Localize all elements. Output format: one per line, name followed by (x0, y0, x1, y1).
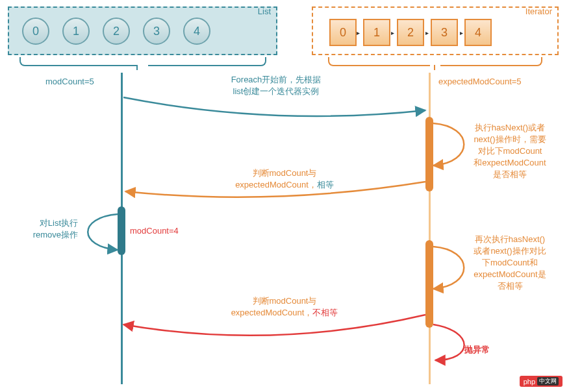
iterator-box: Iterator 0 ▸ 1 ▸ 2 ▸ 3 ▸ 4 (312, 6, 559, 55)
brace-left (19, 57, 266, 69)
diagram-container: List 0 1 2 3 4 Iterator 0 ▸ 1 ▸ 2 ▸ 3 ▸ … (0, 0, 569, 392)
msg-reply2-l2b: 不相等 (312, 308, 338, 317)
arrow-remove (88, 214, 118, 250)
link-arrow-icon: ▸ (391, 29, 394, 36)
msg-check1-l2: next()操作时，需要 (458, 134, 562, 145)
modcount-label: modCount=5 (45, 77, 94, 86)
msg-check1-l4: 和expectModCount (458, 157, 562, 169)
iter-item-4: 4 (464, 19, 492, 46)
msg-check1-l5: 是否相等 (458, 169, 562, 180)
msg-reply2-l2a: expectedModCount， (231, 308, 313, 317)
brace-right-tip (434, 65, 435, 70)
msg-reply1-l2b: 相等 (317, 180, 334, 190)
list-items: 0 1 2 3 4 (12, 11, 273, 51)
brace-right (328, 57, 542, 69)
iterator-items: 0 ▸ 1 ▸ 2 ▸ 3 ▸ 4 (316, 11, 554, 54)
msg-check2-l4: expectModCount是 (458, 269, 562, 280)
msg-check2-l5: 否相等 (458, 280, 562, 292)
msg-reply2-l1: 判断modCount与 (207, 295, 362, 307)
msg-remove: 对List执行 remove操作 (13, 217, 78, 241)
arrow-create (123, 97, 425, 116)
brace-left-tip (136, 65, 138, 70)
msg-check2: 再次执行hasNext() 或者next()操作对比 下modCount和 ex… (458, 234, 562, 292)
exception-label: 抛异常 (464, 344, 490, 356)
msg-reply1-l1: 判断modCount与 (207, 167, 362, 179)
expected-label: expectedModCount=5 (438, 77, 522, 86)
watermark: php 中文网 (520, 376, 563, 387)
watermark-brand: php (524, 378, 535, 386)
msg-create: Foreach开始前，先根据 list创建一个迭代器实例 (218, 74, 335, 97)
msg-check2-l3: 下modCount和 (458, 257, 562, 269)
msg-remove-l1: 对List执行 (13, 217, 78, 229)
link-arrow-icon: ▸ (425, 29, 429, 36)
modcount-after: modCount=4 (130, 226, 179, 236)
msg-check2-l2: 或者next()操作对比 (458, 245, 562, 257)
msg-reply1: 判断modCount与 expectedModCount，相等 (207, 167, 362, 191)
msg-check1-l1: 执行hasNext()或者 (458, 122, 562, 134)
watermark-suffix: 中文网 (537, 377, 559, 386)
msg-remove-l2: remove操作 (13, 229, 78, 241)
msg-create-l2: list创建一个迭代器实例 (218, 86, 335, 97)
iter-activation-1 (425, 117, 433, 191)
msg-create-l1: Foreach开始前，先根据 (218, 74, 335, 86)
list-item-0: 0 (22, 18, 49, 45)
list-box: List 0 1 2 3 4 (8, 6, 277, 55)
list-activation (118, 206, 125, 255)
arrow-exception (433, 325, 464, 360)
list-item-1: 1 (62, 18, 90, 45)
list-item-2: 2 (103, 18, 130, 45)
list-title: List (258, 6, 271, 16)
list-item-4: 4 (183, 18, 210, 45)
msg-reply1-l2a: expectedModCount， (235, 180, 317, 190)
link-arrow-icon: ▸ (357, 29, 360, 36)
iter-item-3: 3 (431, 19, 458, 46)
msg-reply2: 判断modCount与 expectedModCount，不相等 (207, 295, 362, 319)
msg-check1-l3: 对比下modCount (458, 145, 562, 157)
iter-item-0: 0 (329, 19, 357, 46)
iter-activation-2 (425, 240, 433, 328)
msg-check2-l1: 再次执行hasNext() (458, 234, 562, 245)
iter-item-1: 1 (363, 19, 390, 46)
link-arrow-icon: ▸ (460, 29, 463, 36)
list-item-3: 3 (143, 18, 170, 45)
msg-check1: 执行hasNext()或者 next()操作时，需要 对比下modCount 和… (458, 122, 562, 180)
iter-item-2: 2 (397, 19, 424, 46)
